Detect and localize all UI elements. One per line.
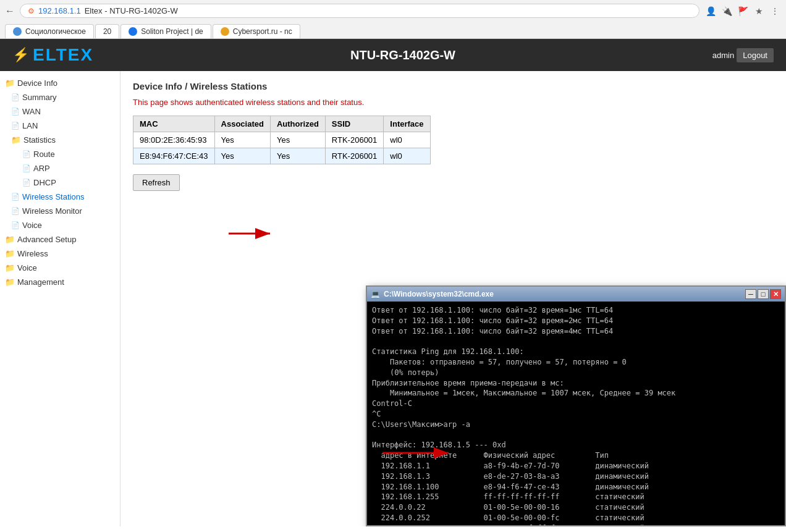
back-button[interactable]: ← <box>5 6 15 17</box>
page-title-url: Eltex - NTU-RG-1402G-W <box>85 6 178 15</box>
app-wrapper: ⚡ ELTEX NTU-RG-1402G-W admin Logout 📁 De… <box>0 39 786 526</box>
main-content: Device Info / Wireless Stations This pag… <box>120 71 786 526</box>
flag-icon[interactable]: 🚩 <box>737 5 749 17</box>
logo-icon: ⚡ <box>12 47 29 63</box>
col-header-authorized: Authorized <box>270 116 325 132</box>
sidebar-item-wan[interactable]: 📄 WAN <box>0 104 120 119</box>
table-row: 98:0D:2E:36:45:93YesYesRTK-206001wl0 <box>133 132 431 148</box>
tab-3[interactable]: Soliton Project | de <box>120 24 211 38</box>
tab-4[interactable]: Cybersport.ru - nc <box>213 24 300 38</box>
doc-icon-arp: 📄 <box>22 164 31 172</box>
sidebar-label-management: Management <box>17 277 64 287</box>
sidebar-item-wireless[interactable]: 📁 Wireless <box>0 247 120 261</box>
folder-icon-advanced: 📁 <box>5 235 15 244</box>
sidebar-label-advanced-setup: Advanced Setup <box>17 235 76 244</box>
page-breadcrumb: Device Info / Wireless Stations <box>133 81 774 91</box>
folder-icon-statistics: 📁 <box>11 135 21 145</box>
cmd-close-button[interactable]: ✕ <box>770 289 781 299</box>
app-header: ⚡ ELTEX NTU-RG-1402G-W admin Logout <box>0 39 786 71</box>
tab-icon-3 <box>129 27 137 36</box>
logout-button[interactable]: Logout <box>737 48 774 62</box>
username: admin <box>712 51 734 60</box>
doc-icon-dhcp: 📄 <box>22 179 31 187</box>
doc-icon-wireless-stations: 📄 <box>11 193 20 201</box>
folder-icon-voice: 📁 <box>5 263 15 272</box>
annotation-arrow-2 <box>379 444 454 462</box>
cmd-title-left: 💻 C:\Windows\system32\cmd.exe <box>371 290 494 298</box>
refresh-button[interactable]: Refresh <box>133 174 180 191</box>
menu-icon[interactable]: ⋮ <box>769 5 781 17</box>
browser-tabs: Социологическое 20 Soliton Project | de … <box>0 22 786 38</box>
sidebar-label-wireless-stations: Wireless Stations <box>22 192 84 201</box>
sidebar-label-summary: Summary <box>22 93 57 102</box>
doc-icon-lan: 📄 <box>11 122 20 130</box>
sidebar-item-statistics[interactable]: 📁 Statistics <box>0 133 120 147</box>
sidebar-item-device-info[interactable]: 📁 Device Info <box>0 76 120 90</box>
sidebar-label-lan: LAN <box>22 121 38 130</box>
doc-icon-wireless-monitor: 📄 <box>11 207 20 215</box>
sidebar-item-advanced-setup[interactable]: 📁 Advanced Setup <box>0 232 120 247</box>
cmd-titlebar: 💻 C:\Windows\system32\cmd.exe ─ □ ✕ <box>367 287 785 302</box>
sidebar: 📁 Device Info 📄 Summary 📄 WAN 📄 LAN 📁 St… <box>0 71 120 526</box>
tab-label-2: 20 <box>103 27 111 36</box>
sidebar-item-summary[interactable]: 📄 Summary <box>0 90 120 104</box>
annotation-arrow-1 <box>226 224 275 243</box>
tab-label-1: Социологическое <box>25 27 86 36</box>
col-header-mac: MAC <box>133 116 215 132</box>
sidebar-label-dhcp: DHCP <box>33 178 56 187</box>
col-header-interface: Interface <box>384 116 430 132</box>
cmd-title-text: C:\Windows\system32\cmd.exe <box>384 290 494 298</box>
folder-icon: 📁 <box>5 78 15 88</box>
browser-chrome: ← ⚙ 192.168.1.1 Eltex - NTU-RG-1402G-W 👤… <box>0 0 786 39</box>
sidebar-item-wireless-stations[interactable]: 📄 Wireless Stations <box>0 190 120 204</box>
extensions-icon[interactable]: 🔌 <box>720 5 733 17</box>
tab-1[interactable]: Социологическое <box>5 24 94 38</box>
sidebar-item-route[interactable]: 📄 Route <box>0 147 120 161</box>
sidebar-label-wireless: Wireless <box>17 249 48 258</box>
page-description: This page shows authenticated wireless s… <box>133 98 774 107</box>
tab-icon-1 <box>13 27 22 36</box>
cmd-minimize-button[interactable]: ─ <box>745 289 756 299</box>
sidebar-item-voice-sub[interactable]: 📄 Voice <box>0 218 120 232</box>
tab-label-4: Cybersport.ru - nc <box>233 27 292 36</box>
profile-icon[interactable]: 👤 <box>704 5 717 17</box>
sidebar-item-lan[interactable]: 📄 LAN <box>0 119 120 133</box>
sidebar-label-voice-sub: Voice <box>22 221 42 230</box>
cmd-maximize-button[interactable]: □ <box>758 289 769 299</box>
app-user: admin Logout <box>712 48 774 62</box>
table-row: E8:94:F6:47:CE:43YesYesRTK-206001wl0 <box>133 148 431 164</box>
cmd-content-text: Ответ от 192.168.1.100: число байт=32 вр… <box>372 305 780 525</box>
browser-actions: 👤 🔌 🚩 ★ ⋮ <box>704 5 781 17</box>
logo-text: ELTEX <box>33 45 93 65</box>
cmd-body: Ответ от 192.168.1.100: число байт=32 вр… <box>367 302 785 525</box>
sidebar-label-statistics: Statistics <box>23 135 56 145</box>
wireless-stations-table: MAC Associated Authorized SSID Interface… <box>133 116 431 164</box>
content-wrapper: 📁 Device Info 📄 Summary 📄 WAN 📄 LAN 📁 St… <box>0 71 786 526</box>
col-header-ssid: SSID <box>325 116 383 132</box>
sidebar-label-wireless-monitor: Wireless Monitor <box>22 206 82 216</box>
url-bar[interactable]: ⚙ 192.168.1.1 Eltex - NTU-RG-1402G-W <box>20 4 699 18</box>
doc-icon-voice-sub: 📄 <box>11 221 20 229</box>
sidebar-item-management[interactable]: 📁 Management <box>0 275 120 289</box>
folder-icon-management: 📁 <box>5 277 15 287</box>
tab-label-3: Soliton Project | de <box>141 27 203 36</box>
doc-icon-summary: 📄 <box>11 93 20 101</box>
sidebar-item-voice[interactable]: 📁 Voice <box>0 261 120 275</box>
doc-icon-wan: 📄 <box>11 108 20 116</box>
folder-icon-wireless: 📁 <box>5 249 15 258</box>
sidebar-item-arp[interactable]: 📄 ARP <box>0 161 120 175</box>
browser-toolbar: ← ⚙ 192.168.1.1 Eltex - NTU-RG-1402G-W 👤… <box>0 0 786 22</box>
col-header-associated: Associated <box>214 116 270 132</box>
sidebar-label-device-info: Device Info <box>17 78 57 88</box>
cmd-controls: ─ □ ✕ <box>745 289 781 299</box>
app-logo: ⚡ ELTEX <box>12 45 93 65</box>
sidebar-item-wireless-monitor[interactable]: 📄 Wireless Monitor <box>0 204 120 218</box>
sidebar-item-dhcp[interactable]: 📄 DHCP <box>0 175 120 190</box>
sidebar-label-arp: ARP <box>33 164 50 173</box>
sidebar-label-route: Route <box>33 150 55 159</box>
cmd-icon: 💻 <box>371 290 380 298</box>
tab-icon-4 <box>221 27 229 36</box>
bookmark-icon[interactable]: ★ <box>753 5 765 17</box>
sidebar-label-wan: WAN <box>22 107 41 116</box>
tab-2[interactable]: 20 <box>95 24 119 38</box>
